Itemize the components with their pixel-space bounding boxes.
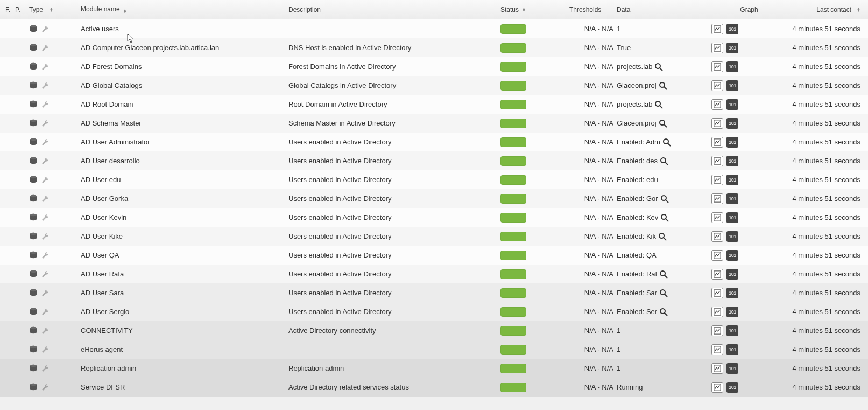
raw-data-button[interactable]: 101 [726, 61, 738, 72]
status-indicator[interactable] [500, 213, 526, 223]
graph-button[interactable] [711, 325, 723, 336]
table-row[interactable]: AD Global Catalogs Global Catalogs in Ac… [0, 76, 868, 95]
wrench-icon[interactable] [41, 157, 50, 165]
header-data[interactable]: Data [617, 6, 711, 13]
status-indicator[interactable] [500, 364, 526, 373]
raw-data-button[interactable]: 101 [726, 231, 738, 242]
graph-button[interactable] [711, 137, 723, 148]
module-name[interactable]: AD User desarrollo [81, 157, 288, 165]
graph-button[interactable] [711, 99, 723, 110]
search-icon[interactable] [654, 100, 663, 109]
raw-data-button[interactable]: 101 [726, 24, 738, 34]
table-row[interactable]: Replication admin Replication admin N/A … [0, 359, 868, 378]
graph-button[interactable] [711, 156, 723, 166]
graph-button[interactable] [711, 250, 723, 261]
status-indicator[interactable] [500, 43, 526, 53]
raw-data-button[interactable]: 101 [726, 118, 738, 129]
status-indicator[interactable] [500, 288, 526, 298]
table-row[interactable]: Service DFSR Active Directory related se… [0, 378, 868, 397]
table-row[interactable]: AD Schema Master Schema Master in Active… [0, 114, 868, 133]
raw-data-button[interactable]: 101 [726, 288, 738, 298]
search-icon[interactable] [660, 157, 668, 165]
wrench-icon[interactable] [41, 364, 50, 373]
header-f[interactable]: F. [0, 6, 15, 13]
module-name[interactable]: AD User Kevin [81, 213, 288, 221]
status-indicator[interactable] [500, 383, 526, 392]
graph-button[interactable] [711, 43, 723, 53]
table-row[interactable]: AD User Administrator Users enabled in A… [0, 133, 868, 151]
status-indicator[interactable] [500, 81, 526, 91]
wrench-icon[interactable] [41, 270, 50, 279]
raw-data-button[interactable]: 101 [726, 382, 738, 393]
wrench-icon[interactable] [41, 119, 50, 128]
status-indicator[interactable] [500, 269, 526, 279]
wrench-icon[interactable] [41, 138, 50, 147]
raw-data-button[interactable]: 101 [726, 212, 738, 223]
table-row[interactable]: Active users N/A - N/A 1 101 4 minutes 5… [0, 19, 868, 38]
table-row[interactable]: CONNECTIVITY Active Directory connectivi… [0, 321, 868, 340]
table-row[interactable]: AD User Sara Users enabled in Active Dir… [0, 283, 868, 302]
table-row[interactable]: AD User Rafa Users enabled in Active Dir… [0, 265, 868, 283]
header-status[interactable]: Status [500, 6, 569, 13]
module-name[interactable]: AD User QA [81, 251, 288, 259]
wrench-icon[interactable] [41, 345, 50, 354]
graph-button[interactable] [711, 344, 723, 355]
status-indicator[interactable] [500, 326, 526, 336]
table-row[interactable]: AD User Sergio Users enabled in Active D… [0, 302, 868, 321]
search-icon[interactable] [654, 62, 663, 71]
status-indicator[interactable] [500, 156, 526, 166]
table-row[interactable]: AD Forest Domains Forest Domains in Acti… [0, 57, 868, 76]
wrench-icon[interactable] [41, 25, 50, 33]
status-indicator[interactable] [500, 345, 526, 355]
graph-button[interactable] [711, 24, 723, 34]
raw-data-button[interactable]: 101 [726, 99, 738, 110]
status-indicator[interactable] [500, 119, 526, 128]
module-name[interactable]: AD Root Domain [81, 100, 288, 108]
graph-button[interactable] [711, 231, 723, 242]
module-name[interactable]: AD User Sara [81, 289, 288, 297]
wrench-icon[interactable] [41, 44, 50, 52]
header-graph[interactable]: Graph [711, 6, 787, 13]
header-last-contact[interactable]: Last contact [787, 6, 868, 13]
graph-button[interactable] [711, 193, 723, 204]
graph-button[interactable] [711, 80, 723, 91]
graph-button[interactable] [711, 363, 723, 374]
raw-data-button[interactable]: 101 [726, 325, 738, 336]
status-indicator[interactable] [500, 24, 526, 34]
table-row[interactable]: AD Computer Glaceon.projects.lab.artica.… [0, 38, 868, 57]
header-module-name[interactable]: Module name [81, 5, 288, 13]
module-name[interactable]: AD User Sergio [81, 308, 288, 316]
status-indicator[interactable] [500, 232, 526, 241]
status-indicator[interactable] [500, 175, 526, 185]
search-icon[interactable] [660, 213, 669, 222]
table-row[interactable]: AD User edu Users enabled in Active Dire… [0, 170, 868, 189]
wrench-icon[interactable] [41, 251, 50, 260]
raw-data-button[interactable]: 101 [726, 250, 738, 261]
wrench-icon[interactable] [41, 232, 50, 241]
status-indicator[interactable] [500, 194, 526, 204]
module-name[interactable]: CONNECTIVITY [81, 326, 288, 335]
table-row[interactable]: eHorus agent N/A - N/A 1 101 4 minutes 5… [0, 340, 868, 359]
search-icon[interactable] [658, 232, 667, 241]
module-name[interactable]: AD User Gorka [81, 194, 288, 203]
table-row[interactable]: AD Root Domain Root Domain in Active Dir… [0, 95, 868, 114]
module-name[interactable]: AD Forest Domains [81, 62, 288, 71]
raw-data-button[interactable]: 101 [726, 363, 738, 374]
wrench-icon[interactable] [41, 326, 50, 335]
module-name[interactable]: AD User Administrator [81, 138, 288, 146]
raw-data-button[interactable]: 101 [726, 137, 738, 148]
search-icon[interactable] [659, 81, 667, 90]
wrench-icon[interactable] [41, 213, 50, 222]
raw-data-button[interactable]: 101 [726, 156, 738, 166]
module-name[interactable]: eHorus agent [81, 345, 288, 353]
raw-data-button[interactable]: 101 [726, 193, 738, 204]
search-icon[interactable] [659, 308, 668, 316]
wrench-icon[interactable] [41, 308, 50, 316]
table-row[interactable]: AD User Kevin Users enabled in Active Di… [0, 208, 868, 227]
wrench-icon[interactable] [41, 194, 50, 203]
raw-data-button[interactable]: 101 [726, 269, 738, 280]
module-name[interactable]: Service DFSR [81, 383, 288, 391]
search-icon[interactable] [659, 289, 668, 297]
graph-button[interactable] [711, 307, 723, 317]
search-icon[interactable] [659, 270, 668, 279]
